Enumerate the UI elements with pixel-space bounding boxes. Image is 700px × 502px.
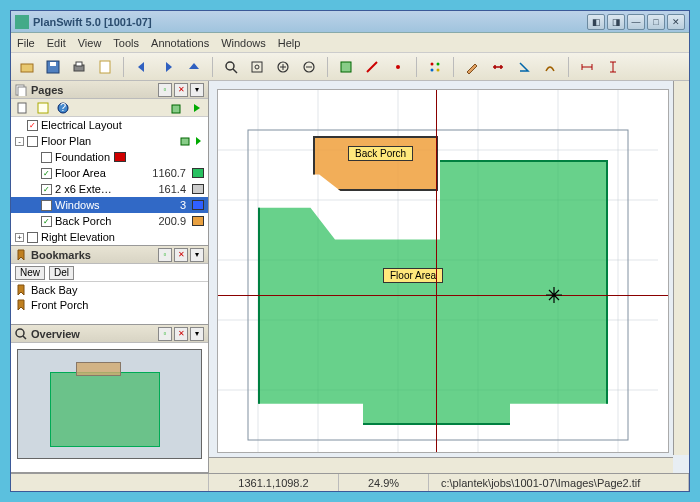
svg-point-21 <box>437 68 440 71</box>
angle-tool-button[interactable] <box>514 57 534 77</box>
panel-menu-button[interactable]: ▾ <box>190 248 204 262</box>
svg-point-20 <box>431 68 434 71</box>
drawing-sheet: Back Porch Floor Area <box>217 89 669 453</box>
checkbox[interactable]: ✓ <box>41 184 52 195</box>
tree-label: Right Elevation <box>41 231 115 243</box>
tree-row[interactable]: Foundation <box>11 149 208 165</box>
page-help-button[interactable]: ? <box>55 101 71 115</box>
panel-close-button[interactable]: ✕ <box>174 248 188 262</box>
panel-expand-button[interactable]: ▫ <box>158 248 172 262</box>
panel-menu-button[interactable]: ▾ <box>190 83 204 97</box>
menu-tools[interactable]: Tools <box>113 37 139 49</box>
nav-up-button[interactable] <box>184 57 204 77</box>
svg-line-37 <box>23 336 26 339</box>
panel-expand-button[interactable]: ▫ <box>158 327 172 341</box>
panel-menu-button[interactable]: ▾ <box>190 327 204 341</box>
pages-toolbar: ? <box>11 99 208 117</box>
color-swatch <box>192 184 204 194</box>
tree-row[interactable]: ✓Floor Area1160.7 <box>11 165 208 181</box>
menu-help[interactable]: Help <box>278 37 301 49</box>
twisty-icon[interactable]: - <box>15 137 24 146</box>
bookmark-item[interactable]: Front Porch <box>11 297 208 312</box>
pages-tree[interactable]: ✓Electrical Layout-Floor PlanFoundation✓… <box>11 117 208 245</box>
svg-line-7 <box>233 69 237 73</box>
point-tool-button[interactable] <box>425 57 445 77</box>
checkbox[interactable]: ✓ <box>41 216 52 227</box>
print-button[interactable] <box>69 57 89 77</box>
pencil-tool-button[interactable] <box>462 57 482 77</box>
tree-row[interactable]: ✓2 x6 Exte…161.4 <box>11 181 208 197</box>
checkbox[interactable]: ✓ <box>41 168 52 179</box>
checkbox[interactable]: ✓ <box>27 120 38 131</box>
svg-rect-0 <box>21 64 33 72</box>
tree-row[interactable]: +Right Elevation <box>11 229 208 245</box>
maximize-button[interactable]: □ <box>647 14 665 30</box>
dim-v-button[interactable] <box>603 57 623 77</box>
checkbox[interactable] <box>27 232 38 243</box>
menu-file[interactable]: File <box>17 37 35 49</box>
svg-point-19 <box>437 62 440 65</box>
open-button[interactable] <box>17 57 37 77</box>
new-page-button[interactable] <box>15 101 31 115</box>
page-next-button[interactable] <box>188 101 204 115</box>
tree-label: 2 x6 Exte… <box>55 183 112 195</box>
bookmark-item[interactable]: Back Bay <box>11 282 208 297</box>
pages-panel: Pages ▫ ✕ ▾ ? ✓Electrical Layout-Floor P… <box>11 81 208 246</box>
tree-row[interactable]: Windows3 <box>11 197 208 213</box>
floor-area-label: Floor Area <box>383 268 443 283</box>
bookmarks-panel: Bookmarks ▫ ✕ ▾ New Del Back BayFront Po… <box>11 246 208 325</box>
bookmarks-title: Bookmarks <box>31 249 158 261</box>
dim-h-button[interactable] <box>577 57 597 77</box>
color-swatch <box>192 216 204 226</box>
horizontal-scrollbar[interactable] <box>209 457 673 473</box>
nav-back-button[interactable] <box>132 57 152 77</box>
tree-row[interactable]: -Floor Plan <box>11 133 208 149</box>
checkbox[interactable] <box>27 136 38 147</box>
zoom-in-button[interactable] <box>273 57 293 77</box>
tree-row[interactable]: ✓Back Porch200.9 <box>11 213 208 229</box>
minimize-button[interactable]: — <box>627 14 645 30</box>
cursor-crosshair-icon <box>546 287 562 303</box>
tree-row[interactable]: ✓Electrical Layout <box>11 117 208 133</box>
nav-fwd-button[interactable] <box>158 57 178 77</box>
window-title: PlanSwift 5.0 [1001-07] <box>33 16 587 28</box>
zoom-out-button[interactable] <box>299 57 319 77</box>
vertical-scrollbar[interactable] <box>673 81 689 455</box>
back-porch-shape[interactable] <box>313 136 438 191</box>
status-coords: 1361.1,1098.2 <box>209 474 339 491</box>
svg-line-16 <box>367 62 377 72</box>
overview-canvas[interactable] <box>17 349 202 459</box>
svg-rect-35 <box>181 138 189 145</box>
linear-tool-button[interactable] <box>362 57 382 77</box>
twisty-icon[interactable]: + <box>15 233 24 242</box>
panel-close-button[interactable]: ✕ <box>174 327 188 341</box>
page-note-button[interactable] <box>35 101 51 115</box>
dock-right-button[interactable]: ◨ <box>607 14 625 30</box>
measure-tool-button[interactable] <box>488 57 508 77</box>
bookmark-new-button[interactable]: New <box>15 266 45 280</box>
zoom-tool-button[interactable] <box>221 57 241 77</box>
panel-expand-button[interactable]: ▫ <box>158 83 172 97</box>
close-button[interactable]: ✕ <box>667 14 685 30</box>
pages-button[interactable] <box>95 57 115 77</box>
menu-windows[interactable]: Windows <box>221 37 266 49</box>
area-tool-button[interactable] <box>336 57 356 77</box>
menu-view[interactable]: View <box>78 37 102 49</box>
zoom-fit-button[interactable] <box>247 57 267 77</box>
menu-annotations[interactable]: Annotations <box>151 37 209 49</box>
tree-label: Electrical Layout <box>41 119 122 131</box>
canvas[interactable]: Back Porch Floor Area <box>209 81 689 473</box>
arc-tool-button[interactable] <box>540 57 560 77</box>
save-button[interactable] <box>43 57 63 77</box>
page-copy-button[interactable] <box>168 101 184 115</box>
checkbox[interactable] <box>41 200 52 211</box>
overview-panel: Overview ▫ ✕ ▾ <box>11 325 208 473</box>
bookmarks-list[interactable]: Back BayFront Porch <box>11 282 208 312</box>
tree-value: 1160.7 <box>152 167 186 179</box>
menu-edit[interactable]: Edit <box>47 37 66 49</box>
bookmark-del-button[interactable]: Del <box>49 266 74 280</box>
count-tool-button[interactable] <box>388 57 408 77</box>
checkbox[interactable] <box>41 152 52 163</box>
panel-close-button[interactable]: ✕ <box>174 83 188 97</box>
dock-left-button[interactable]: ◧ <box>587 14 605 30</box>
